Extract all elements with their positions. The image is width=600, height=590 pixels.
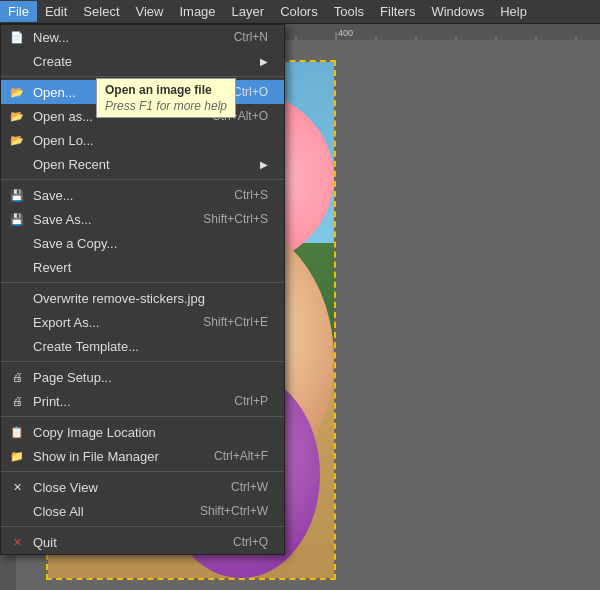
svg-text:400: 400	[338, 28, 353, 38]
menu-item-open-as-shortcut: Ctrl+Alt+O	[212, 109, 268, 123]
file-manager-icon: 📁	[9, 448, 25, 464]
menu-item-open-location-label: Open Lo...	[33, 133, 268, 148]
menu-item-export-as-shortcut: Shift+Ctrl+E	[203, 315, 268, 329]
menu-item-save-as-label: Save As...	[33, 212, 183, 227]
menu-item-print-shortcut: Ctrl+P	[234, 394, 268, 408]
save-icon: 💾	[9, 187, 25, 203]
separator-2	[1, 179, 284, 180]
menu-item-close-all[interactable]: Close All Shift+Ctrl+W	[1, 499, 284, 523]
menu-item-save-copy-label: Save a Copy...	[33, 236, 268, 251]
menu-item-page-setup[interactable]: 🖨 Page Setup...	[1, 365, 284, 389]
print-icon: 🖨	[9, 393, 25, 409]
menubar-help[interactable]: Help	[492, 1, 535, 22]
separator-6	[1, 471, 284, 472]
menu-item-open[interactable]: 📂 Open... Ctrl+O	[1, 80, 284, 104]
menu-item-page-setup-label: Page Setup...	[33, 370, 268, 385]
menu-item-save-label: Save...	[33, 188, 214, 203]
menu-item-show-file-manager-shortcut: Ctrl+Alt+F	[214, 449, 268, 463]
menu-item-save-shortcut: Ctrl+S	[234, 188, 268, 202]
open-as-icon: 📂	[9, 108, 25, 124]
separator-7	[1, 526, 284, 527]
file-menu-dropdown: 📄 New... Ctrl+N Create ▶ 📂 Open... Ctrl+…	[0, 24, 285, 555]
close-view-icon: ✕	[9, 479, 25, 495]
menu-item-show-file-manager-label: Show in File Manager	[33, 449, 194, 464]
menu-item-close-view-shortcut: Ctrl+W	[231, 480, 268, 494]
save-as-icon: 💾	[9, 211, 25, 227]
menu-item-print-label: Print...	[33, 394, 214, 409]
new-icon: 📄	[9, 29, 25, 45]
menu-item-open-as[interactable]: 📂 Open as... Ctrl+Alt+O	[1, 104, 284, 128]
menu-item-quit-shortcut: Ctrl+Q	[233, 535, 268, 549]
menu-item-create[interactable]: Create ▶	[1, 49, 284, 73]
menu-item-copy-image-location-label: Copy Image Location	[33, 425, 268, 440]
quit-icon: ✕	[9, 534, 25, 550]
menu-item-close-all-label: Close All	[33, 504, 180, 519]
menubar-file[interactable]: File	[0, 1, 37, 22]
page-setup-icon: 🖨	[9, 369, 25, 385]
menu-item-new[interactable]: 📄 New... Ctrl+N	[1, 25, 284, 49]
menubar-image[interactable]: Image	[171, 1, 223, 22]
menu-item-open-recent-label: Open Recent	[33, 157, 252, 172]
menu-item-open-recent[interactable]: Open Recent ▶	[1, 152, 284, 176]
menu-item-close-view[interactable]: ✕ Close View Ctrl+W	[1, 475, 284, 499]
separator-3	[1, 282, 284, 283]
menu-item-export-as-label: Export As...	[33, 315, 183, 330]
menu-item-copy-image-location[interactable]: 📋 Copy Image Location	[1, 420, 284, 444]
menubar-view[interactable]: View	[128, 1, 172, 22]
menu-item-close-all-shortcut: Shift+Ctrl+W	[200, 504, 268, 518]
menu-item-overwrite-label: Overwrite remove-stickers.jpg	[33, 291, 268, 306]
menu-item-print[interactable]: 🖨 Print... Ctrl+P	[1, 389, 284, 413]
menubar-windows[interactable]: Windows	[423, 1, 492, 22]
menu-item-save-as[interactable]: 💾 Save As... Shift+Ctrl+S	[1, 207, 284, 231]
menu-item-open-as-label: Open as...	[33, 109, 192, 124]
menu-item-close-view-label: Close View	[33, 480, 211, 495]
menubar-edit[interactable]: Edit	[37, 1, 75, 22]
menu-item-save-copy[interactable]: Save a Copy...	[1, 231, 284, 255]
menu-item-quit[interactable]: ✕ Quit Ctrl+Q	[1, 530, 284, 554]
menu-item-create-template[interactable]: Create Template...	[1, 334, 284, 358]
menu-item-revert[interactable]: Revert	[1, 255, 284, 279]
menu-item-save-as-shortcut: Shift+Ctrl+S	[203, 212, 268, 226]
menu-item-new-shortcut: Ctrl+N	[234, 30, 268, 44]
menu-item-open-shortcut: Ctrl+O	[233, 85, 268, 99]
menu-item-save[interactable]: 💾 Save... Ctrl+S	[1, 183, 284, 207]
separator-1	[1, 76, 284, 77]
separator-4	[1, 361, 284, 362]
menubar-layer[interactable]: Layer	[224, 1, 273, 22]
menu-item-open-location[interactable]: 📂 Open Lo...	[1, 128, 284, 152]
separator-5	[1, 416, 284, 417]
open-location-icon: 📂	[9, 132, 25, 148]
menu-item-new-label: New...	[33, 30, 214, 45]
menu-item-show-file-manager[interactable]: 📁 Show in File Manager Ctrl+Alt+F	[1, 444, 284, 468]
menu-item-create-label: Create	[33, 54, 252, 69]
menubar: File Edit Select View Image Layer Colors…	[0, 0, 600, 24]
menu-item-create-template-label: Create Template...	[33, 339, 268, 354]
open-recent-arrow: ▶	[260, 159, 268, 170]
menubar-filters[interactable]: Filters	[372, 1, 423, 22]
menu-item-quit-label: Quit	[33, 535, 213, 550]
create-submenu-arrow: ▶	[260, 56, 268, 67]
menubar-tools[interactable]: Tools	[326, 1, 372, 22]
open-icon: 📂	[9, 84, 25, 100]
menu-item-revert-label: Revert	[33, 260, 268, 275]
menu-item-open-label: Open...	[33, 85, 213, 100]
menubar-colors[interactable]: Colors	[272, 1, 326, 22]
menu-item-export-as[interactable]: Export As... Shift+Ctrl+E	[1, 310, 284, 334]
menubar-select[interactable]: Select	[75, 1, 127, 22]
menu-item-overwrite[interactable]: Overwrite remove-stickers.jpg	[1, 286, 284, 310]
copy-location-icon: 📋	[9, 424, 25, 440]
